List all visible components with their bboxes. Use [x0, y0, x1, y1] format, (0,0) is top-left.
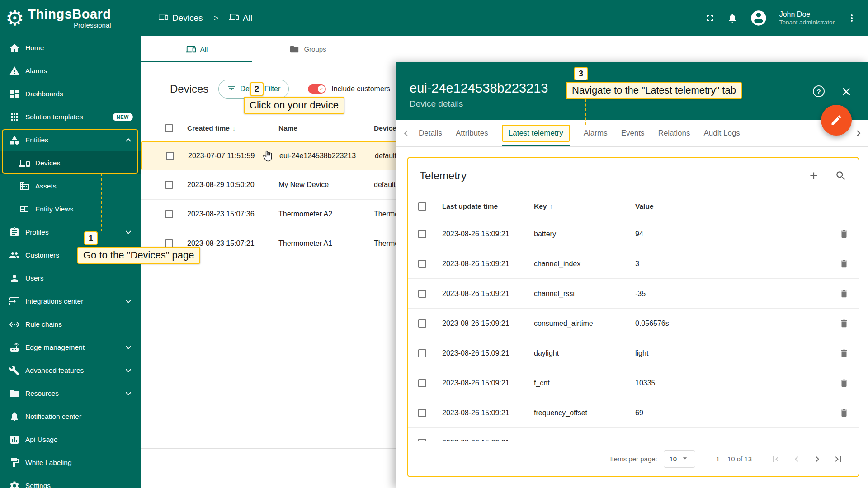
delete-telemetry-button[interactable] [830, 348, 859, 358]
tab-attributes[interactable]: Attributes [456, 129, 488, 138]
notifications-bell-button[interactable] [727, 13, 738, 23]
delete-telemetry-button[interactable] [830, 259, 859, 269]
telemetry-select-all-checkbox[interactable] [418, 202, 426, 211]
sidebar-item-label: Assets [35, 182, 57, 190]
items-per-page-select[interactable]: 10 [664, 450, 695, 468]
sidebar-item-devices[interactable]: Devices [0, 151, 141, 174]
row-checkbox[interactable] [166, 152, 174, 160]
telemetry-row[interactable]: 2023-08-26 15:09:21daylightlight [408, 338, 859, 368]
sidebar-item-api-usage[interactable]: Api Usage [0, 428, 141, 451]
sidebar-item-advanced-features[interactable]: Advanced features [0, 359, 141, 382]
help-button[interactable]: ? [813, 85, 825, 97]
tab-alarms[interactable]: Alarms [584, 129, 608, 138]
sidebar-item-label: Entities [25, 136, 48, 144]
first-page-button[interactable] [765, 454, 786, 465]
sidebar-item-rule-chains[interactable]: Rule chains [0, 313, 141, 336]
tab-groups[interactable]: Groups [252, 36, 363, 62]
column-value[interactable]: Value [635, 202, 830, 211]
telemetry-row[interactable]: 2023-08-26 15:09:21f_cnt10335 [408, 368, 859, 398]
row-checkbox[interactable] [418, 349, 426, 357]
row-checkbox[interactable] [418, 290, 426, 298]
telemetry-key: daylight [534, 349, 635, 357]
delete-telemetry-button[interactable] [830, 289, 859, 299]
delete-telemetry-button[interactable] [830, 378, 859, 388]
sidebar-item-integrations-center[interactable]: Integrations center [0, 290, 141, 313]
delete-icon [839, 408, 849, 418]
breadcrumb-all[interactable]: All [229, 12, 252, 24]
sidebar-item-users[interactable]: Users [0, 267, 141, 290]
help-icon: ? [816, 88, 821, 95]
sidebar-item-label: Notification center [25, 413, 81, 421]
tab-audit-logs[interactable]: Audit Logs [704, 129, 740, 138]
sidebar-item-entities[interactable]: Entities [0, 128, 141, 151]
row-checkbox[interactable] [418, 260, 426, 268]
delete-telemetry-button[interactable] [830, 319, 859, 328]
row-checkbox[interactable] [165, 210, 173, 218]
chevron-down-icon [123, 388, 134, 399]
sidebar-item-notification-center[interactable]: Notification center [0, 405, 141, 428]
entity-group-tabs: AllGroups [141, 36, 868, 62]
tabs-scroll-left-button[interactable] [400, 127, 412, 139]
row-checkbox[interactable] [165, 181, 173, 189]
previous-page-button[interactable] [786, 454, 807, 465]
tabs-scroll-right-button[interactable] [853, 127, 864, 139]
telemetry-row[interactable]: 2023-08-26 15:09:21consumed_airtime0.056… [408, 309, 859, 338]
thingsboard-logo[interactable]: ⚙ ThingsBoard Professional [0, 0, 141, 36]
sidebar-item-home[interactable]: Home [0, 36, 141, 59]
fullscreen-button[interactable] [704, 13, 715, 23]
sidebar-item-edge-management[interactable]: Edge management [0, 336, 141, 359]
breadcrumb-devices[interactable]: Devices [159, 12, 203, 24]
add-telemetry-button[interactable] [808, 170, 820, 182]
sidebar-item-label: Solution templates [25, 113, 83, 121]
sidebar-item-entity-views[interactable]: Entity Views [0, 197, 141, 221]
tab-events[interactable]: Events [621, 129, 645, 138]
row-checkbox[interactable] [418, 379, 426, 387]
tab-relations[interactable]: Relations [658, 129, 690, 138]
drawer-tabs: DetailsAttributesLatest telemetryAlarmsE… [396, 120, 868, 147]
column-name[interactable]: Name [278, 124, 374, 132]
delete-telemetry-button[interactable] [830, 229, 859, 239]
devices-icon [159, 12, 168, 22]
column-created-time[interactable]: Created time ↓ [187, 124, 278, 132]
telemetry-row[interactable]: 2023-08-26 15:09:21frequency_offset69 [408, 398, 859, 428]
delete-telemetry-button[interactable] [830, 408, 859, 418]
row-checkbox[interactable] [418, 409, 426, 417]
devices-icon [159, 12, 168, 24]
row-checkbox[interactable] [418, 230, 426, 238]
telemetry-row[interactable]: 2023-08-26 15:09:21battery94 [408, 219, 859, 249]
column-last-update-time[interactable]: Last update time [442, 202, 534, 211]
delete-icon [839, 348, 849, 358]
sidebar-item-assets[interactable]: Assets [0, 174, 141, 197]
telemetry-row[interactable]: 2023-08-26 15:09:21channel_rssi-35 [408, 279, 859, 309]
sidebar-item-dashboards[interactable]: Dashboards [0, 82, 141, 105]
last-page-button[interactable] [828, 454, 849, 465]
kebab-menu-button[interactable] [846, 13, 857, 23]
api-usage-icon [9, 434, 20, 445]
tab-all[interactable]: All [141, 36, 252, 62]
sidebar-item-resources[interactable]: Resources [0, 382, 141, 405]
telemetry-value: -35 [635, 290, 830, 298]
edit-fab[interactable] [821, 105, 852, 136]
breadcrumb: Devices > All [159, 12, 252, 24]
assets-icon [19, 181, 30, 192]
sidebar-item-white-labeling[interactable]: White Labeling [0, 451, 141, 474]
sidebar-item-profiles[interactable]: Profiles [0, 221, 141, 244]
include-customers-toggle[interactable]: ✓ Include customers [308, 84, 390, 94]
tab-details[interactable]: Details [419, 129, 442, 138]
entity-views-icon [19, 204, 30, 215]
search-telemetry-button[interactable] [835, 170, 847, 182]
row-checkbox[interactable] [418, 319, 426, 328]
sidebar-item-solution-templates[interactable]: Solution templatesNEW [0, 105, 141, 128]
delete-icon [839, 319, 849, 328]
sidebar-item-settings[interactable]: Settings [0, 474, 141, 488]
column-key[interactable]: Key ↑ [534, 202, 635, 211]
filter-list-icon [227, 84, 236, 93]
telemetry-row[interactable]: 2023-08-26 15:09:21channel_index3 [408, 249, 859, 279]
sidebar-item-alarms[interactable]: Alarms [0, 59, 141, 82]
telemetry-key: f_cnt [534, 379, 635, 387]
user-avatar[interactable] [750, 9, 768, 27]
next-page-button[interactable] [807, 454, 828, 465]
select-all-checkbox[interactable] [165, 124, 173, 132]
close-button[interactable] [840, 85, 853, 99]
tab-latest-telemetry[interactable]: Latest telemetry [502, 125, 570, 142]
